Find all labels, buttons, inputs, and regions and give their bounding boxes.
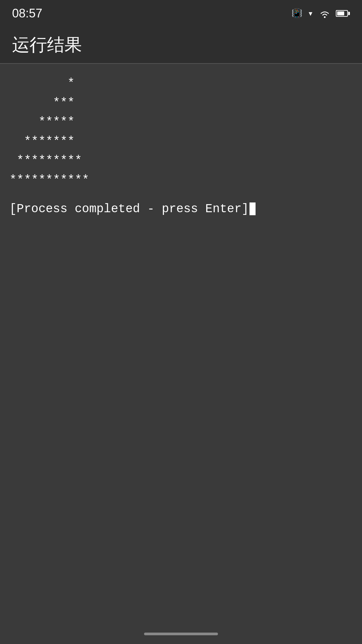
home-indicator [144, 633, 218, 635]
terminal-output: * *** ***** ******* ********* **********… [9, 74, 353, 190]
battery-icon [336, 10, 350, 17]
process-message-text: [Process completed - press Enter] [9, 202, 249, 216]
title-bar: 运行结果 [0, 27, 362, 64]
terminal-area: * *** ***** ******* ********* **********… [0, 64, 362, 226]
process-message: [Process completed - press Enter] [9, 202, 353, 216]
status-icons: 📳 ▾ [291, 8, 350, 19]
status-bar: 08:57 📳 ▾ [0, 0, 362, 27]
wifi-icon: ▾ [308, 8, 330, 19]
svg-point-0 [324, 16, 326, 18]
page-title: 运行结果 [12, 33, 82, 57]
bottom-nav [0, 624, 362, 644]
terminal-cursor [250, 202, 256, 215]
vibrate-icon: 📳 [291, 8, 302, 19]
status-time: 08:57 [12, 6, 42, 20]
